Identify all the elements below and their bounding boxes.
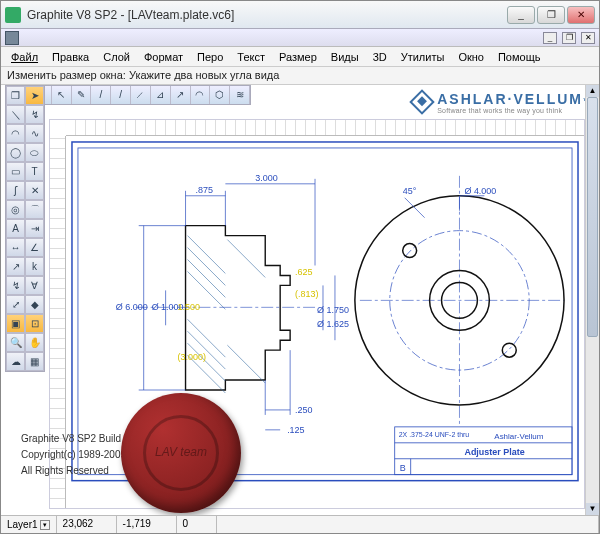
chevron-down-icon[interactable]: ▾ <box>40 520 50 530</box>
top-toolbar: ⟪ ↖ ✎ / / ⟋ ⊿ ↗ ◠ ⬡ ≋ <box>31 85 251 105</box>
svg-line-10 <box>227 345 265 383</box>
tool-move[interactable]: ↗ <box>6 257 25 276</box>
dim-d4: Ø 4.000 <box>464 186 496 196</box>
tool-pan[interactable]: ✋ <box>25 333 44 352</box>
tool-arc[interactable]: ◠ <box>6 124 25 143</box>
dim-100: 1.00 <box>194 445 211 455</box>
tool-dim-ang[interactable]: ∠ <box>25 238 44 257</box>
tool-hand[interactable]: ❒ <box>6 86 25 105</box>
menu-text[interactable]: Текст <box>231 49 271 65</box>
tool-cloud[interactable]: ☁ <box>6 352 25 371</box>
titlebar[interactable]: Graphite V8 SP2 - [LAVteam.plate.vc6] _ … <box>1 1 599 29</box>
tool-rotate[interactable]: k <box>25 257 44 276</box>
command-prompt: Изменить размер окна: Укажите два новых … <box>1 67 599 85</box>
menu-views[interactable]: Виды <box>325 49 365 65</box>
menubar: Файл Правка Слой Формат Перо Текст Разме… <box>1 47 599 67</box>
close-button[interactable]: ✕ <box>567 6 595 24</box>
svg-point-36 <box>502 343 516 357</box>
svg-line-37 <box>405 198 425 218</box>
tool-extend[interactable]: ⇥ <box>25 219 44 238</box>
tool-top-2[interactable]: ↖ <box>52 86 72 104</box>
tool-hatch[interactable]: ▦ <box>25 352 44 371</box>
layer-selector[interactable]: Layer1▾ <box>1 516 57 533</box>
tool-snap[interactable]: ◆ <box>25 295 44 314</box>
menu-layer[interactable]: Слой <box>97 49 136 65</box>
build-info: Graphite V8 SP2 Build 8.6.4 Copyright(c)… <box>21 431 190 479</box>
tool-rect[interactable]: ▭ <box>6 162 25 181</box>
app-icon <box>5 7 21 23</box>
tool-top-5[interactable]: / <box>111 86 131 104</box>
tool-top-7[interactable]: ⊿ <box>151 86 171 104</box>
window-title: Graphite V8 SP2 - [LAVteam.plate.vc6] <box>27 8 507 22</box>
mdi-minimize-button[interactable]: _ <box>543 32 557 44</box>
tool-top-8[interactable]: ↗ <box>171 86 191 104</box>
mdi-close-button[interactable]: ✕ <box>581 32 595 44</box>
tool-offset[interactable]: ↯ <box>6 276 25 295</box>
tool-fillet[interactable]: ⌒ <box>25 200 44 219</box>
status-z: 0 <box>177 516 217 533</box>
tool-ellipse[interactable]: ⬭ <box>25 143 44 162</box>
tool-top-9[interactable]: ◠ <box>191 86 211 104</box>
dim-1625: Ø 1.625 <box>317 319 349 329</box>
menu-utilities[interactable]: Утилиты <box>395 49 451 65</box>
tool-cross[interactable]: ✕ <box>25 181 44 200</box>
ruler-horizontal[interactable] <box>66 120 584 136</box>
titleblock-rev: B <box>400 463 406 473</box>
left-toolbox: ❒➤ ＼↯ ◠∿ ◯⬭ ▭T ʃ✕ ◎⌒ A⇥ ↔∠ ↗k ↯Ɐ ⤢◆ ▣⊡ 🔍… <box>5 85 45 372</box>
menu-edit[interactable]: Правка <box>46 49 95 65</box>
brand-logo: ASHLAR·VELLUM™ Software that works the w… <box>413 85 593 119</box>
dim-125: .125 <box>287 425 304 435</box>
scroll-thumb[interactable] <box>587 97 598 337</box>
tool-dim-h[interactable]: ↔ <box>6 238 25 257</box>
menu-size[interactable]: Размер <box>273 49 323 65</box>
tool-scale[interactable]: ⤢ <box>6 295 25 314</box>
scroll-up-icon[interactable]: ▲ <box>586 85 599 97</box>
tool-window[interactable]: ▣ <box>6 314 25 333</box>
tool-zoom-ext[interactable]: ⊡ <box>25 314 44 333</box>
tool-spline[interactable]: ʃ <box>6 181 25 200</box>
titleblock-company: Ashlar-Vellum <box>494 432 543 441</box>
dim-3000: 3.000 <box>255 173 277 183</box>
svg-line-4 <box>188 260 226 298</box>
tool-ring[interactable]: ◎ <box>6 200 25 219</box>
tool-top-6[interactable]: ⟋ <box>131 86 151 104</box>
tool-top-10[interactable]: ⬡ <box>210 86 230 104</box>
tool-top-11[interactable]: ≋ <box>230 86 250 104</box>
mdi-controls-row: _ ❐ ✕ <box>1 29 599 47</box>
scroll-down-icon[interactable]: ▼ <box>586 503 599 515</box>
scrollbar-vertical[interactable]: ▲ ▼ <box>585 85 599 515</box>
tool-text[interactable]: T <box>25 162 44 181</box>
tool-curve[interactable]: ∿ <box>25 124 44 143</box>
menu-3d[interactable]: 3D <box>367 49 393 65</box>
menu-help[interactable]: Помощь <box>492 49 547 65</box>
dim-1750: Ø 1.750 <box>317 305 349 315</box>
menu-format[interactable]: Формат <box>138 49 189 65</box>
tool-circle[interactable]: ◯ <box>6 143 25 162</box>
maximize-button[interactable]: ❐ <box>537 6 565 24</box>
status-y: -1,719 <box>117 516 177 533</box>
svg-point-35 <box>403 244 417 258</box>
tool-line[interactable]: ＼ <box>6 105 25 124</box>
titleblock-title: Adjuster Plate <box>464 447 524 457</box>
dim-625: .625 <box>295 267 312 277</box>
dim-813: (.813) <box>295 289 318 299</box>
menu-file[interactable]: Файл <box>5 49 44 65</box>
statusbar: Layer1▾ 23,062 -1,719 0 <box>1 515 599 533</box>
tool-zoom[interactable]: 🔍 <box>6 333 25 352</box>
tool-select[interactable]: ➤ <box>25 86 44 105</box>
menu-pen[interactable]: Перо <box>191 49 229 65</box>
tool-top-3[interactable]: ✎ <box>72 86 92 104</box>
dim-d6: Ø 6.000 <box>116 302 148 312</box>
svg-line-2 <box>188 236 226 274</box>
tool-polyline[interactable]: ↯ <box>25 105 44 124</box>
tool-trim[interactable]: A <box>6 219 25 238</box>
svg-line-11 <box>227 240 265 278</box>
mdi-restore-button[interactable]: ❐ <box>562 32 576 44</box>
menu-window[interactable]: Окно <box>452 49 490 65</box>
minimize-button[interactable]: _ <box>507 6 535 24</box>
dim-45: 45° <box>403 186 417 196</box>
dim-1500: 1.500 <box>178 302 200 312</box>
tool-top-4[interactable]: / <box>91 86 111 104</box>
tool-mirror[interactable]: Ɐ <box>25 276 44 295</box>
dim-250: .250 <box>295 405 312 415</box>
